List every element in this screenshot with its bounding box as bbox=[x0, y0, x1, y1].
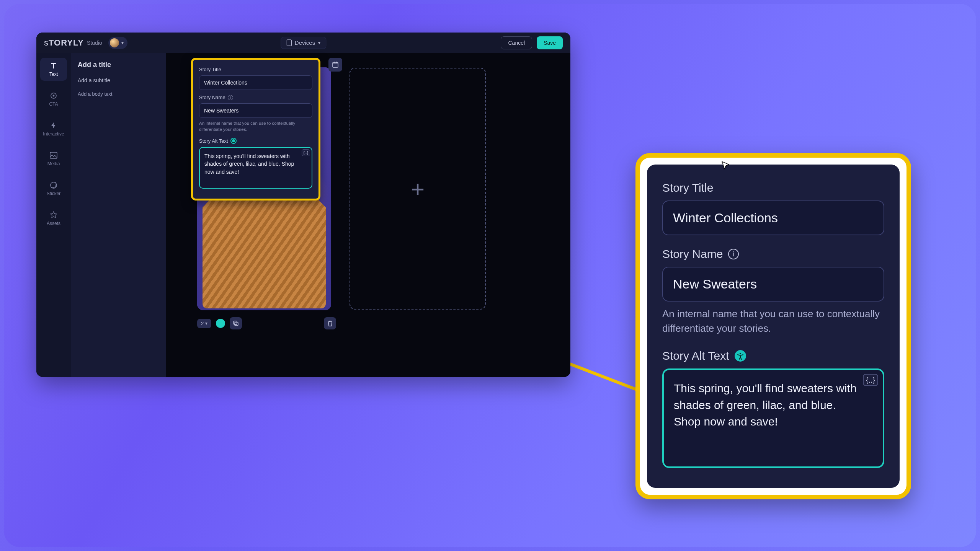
info-icon[interactable]: i bbox=[728, 249, 739, 259]
bolt-icon bbox=[49, 121, 58, 130]
target-icon bbox=[49, 91, 58, 100]
rail-label: Interactive bbox=[43, 131, 64, 137]
add-body-text[interactable]: Add a body text bbox=[78, 91, 159, 97]
accessibility-icon[interactable] bbox=[230, 138, 237, 144]
story-name-help: An internal name that you can use to con… bbox=[199, 120, 312, 132]
co-story-name-label: Story Name i bbox=[662, 248, 884, 261]
svg-rect-9 bbox=[235, 322, 238, 326]
svg-rect-7 bbox=[333, 62, 338, 67]
rail-text[interactable]: Text bbox=[40, 58, 67, 81]
plus-icon: + bbox=[411, 175, 425, 202]
cursor-icon bbox=[721, 161, 730, 170]
story-title-input[interactable] bbox=[199, 75, 312, 90]
chevron-down-icon: ▾ bbox=[318, 40, 320, 46]
co-story-name-input[interactable] bbox=[662, 267, 884, 302]
add-title[interactable]: Add a title bbox=[78, 61, 159, 69]
rail-interactive[interactable]: Interactive bbox=[40, 117, 67, 140]
chevron-down-icon: ▾ bbox=[121, 40, 124, 46]
device-selector[interactable]: Devices ▾ bbox=[281, 37, 326, 49]
story-name-label: Story Name i bbox=[199, 95, 312, 100]
co-story-title-input[interactable] bbox=[662, 201, 884, 235]
delete-button[interactable] bbox=[324, 317, 336, 329]
story-alt-textarea[interactable] bbox=[199, 147, 312, 189]
phone-icon bbox=[286, 39, 292, 46]
add-story-tile[interactable]: + bbox=[350, 68, 486, 310]
co-story-name-help: An internal name that you can use to con… bbox=[662, 307, 884, 336]
insert-variable-button[interactable]: {..} bbox=[302, 149, 310, 156]
story-title-label: Story Title bbox=[199, 67, 312, 72]
story-footer: 2▾ bbox=[197, 317, 242, 329]
info-icon[interactable]: i bbox=[228, 95, 233, 100]
co-story-alt-label: Story Alt Text bbox=[662, 349, 884, 362]
rail-label: Assets bbox=[47, 221, 60, 226]
accessibility-icon[interactable] bbox=[735, 350, 746, 362]
editor-window: sTORYLY Studio ▾ Devices ▾ Cancel Save T… bbox=[36, 33, 570, 377]
star-icon bbox=[49, 211, 58, 219]
zoom-callout: Story Title Story Name i An internal nam… bbox=[635, 153, 911, 499]
cancel-button[interactable]: Cancel bbox=[501, 36, 532, 49]
rail-label: Sticker bbox=[47, 191, 61, 196]
rail-media[interactable]: Media bbox=[40, 147, 67, 170]
trash-icon bbox=[327, 320, 333, 326]
topbar: sTORYLY Studio ▾ Devices ▾ Cancel Save bbox=[36, 33, 570, 53]
insert-variable-button[interactable]: {..} bbox=[863, 374, 878, 386]
device-selector-label: Devices bbox=[295, 39, 315, 46]
copy-icon bbox=[233, 320, 239, 326]
workspace-switcher[interactable]: ▾ bbox=[108, 37, 127, 49]
canvas: New Sweaters + 2▾ bbox=[166, 53, 570, 377]
avatar bbox=[110, 38, 119, 47]
brand-sublabel: Studio bbox=[87, 40, 102, 46]
svg-point-10 bbox=[740, 353, 741, 354]
rail-assets[interactable]: Assets bbox=[40, 207, 67, 230]
co-story-title-label: Story Title bbox=[662, 181, 884, 194]
story-artwork-foreground bbox=[203, 182, 326, 308]
story-name-input[interactable] bbox=[199, 103, 312, 118]
rail-label: Text bbox=[49, 72, 58, 77]
save-button[interactable]: Save bbox=[537, 36, 563, 49]
story-alt-label: Story Alt Text bbox=[199, 138, 312, 144]
text-icon bbox=[49, 62, 58, 70]
story-settings-popover: Story Title Story Name i An internal nam… bbox=[191, 58, 320, 201]
svg-rect-8 bbox=[234, 321, 237, 324]
rail-cta[interactable]: CTA bbox=[40, 88, 67, 111]
frame-count[interactable]: 2▾ bbox=[197, 319, 211, 328]
calendar-icon bbox=[332, 61, 339, 68]
status-dot[interactable] bbox=[216, 319, 225, 328]
text-panel: Add a title Add a subtitle Add a body te… bbox=[71, 53, 166, 377]
schedule-button[interactable] bbox=[328, 58, 342, 72]
add-subtitle[interactable]: Add a subtitle bbox=[78, 77, 159, 83]
svg-rect-2 bbox=[288, 45, 290, 45]
sticker-icon bbox=[49, 181, 58, 189]
rail-sticker[interactable]: Sticker bbox=[40, 177, 67, 200]
rail-label: CTA bbox=[49, 101, 58, 107]
brand-logo: sTORYLY bbox=[44, 38, 84, 48]
image-icon bbox=[49, 151, 58, 160]
tool-rail: Text CTA Interactive Media Sticker Asset… bbox=[36, 53, 71, 377]
svg-point-4 bbox=[53, 95, 55, 97]
rail-label: Media bbox=[47, 161, 60, 166]
duplicate-button[interactable] bbox=[230, 317, 242, 329]
svg-rect-5 bbox=[50, 152, 57, 158]
co-story-alt-textarea[interactable] bbox=[662, 368, 884, 468]
